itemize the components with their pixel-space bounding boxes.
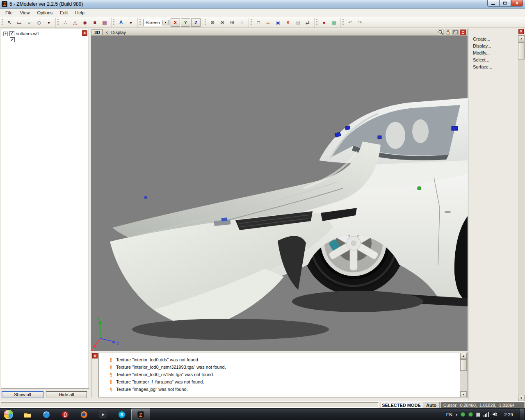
coordinate-space-combobox[interactable]: Screen ▼ xyxy=(143,19,169,26)
save-file-icon[interactable]: ▣ xyxy=(274,18,283,27)
viewport-3d[interactable]: y z x xyxy=(91,36,468,351)
log-entry[interactable]: ! Texture "interior_lod0_ns15ts.tga" was… xyxy=(99,371,460,378)
taskbar-internet-browser-icon[interactable] xyxy=(37,409,56,420)
scroll-down-icon[interactable]: ▼ xyxy=(518,395,525,401)
viewport-layout-icon[interactable] xyxy=(460,30,466,35)
uv-mapper-icon[interactable]: ▦ xyxy=(329,18,338,27)
start-button[interactable] xyxy=(3,409,14,420)
log-entry[interactable]: ! Texture "images.jpg" was not found. xyxy=(99,386,460,393)
snap-edge-icon[interactable]: ⊗ xyxy=(218,18,227,27)
delete-icon[interactable]: × xyxy=(283,18,292,27)
command-modify[interactable]: Modify... xyxy=(468,49,518,56)
log-close-icon[interactable]: × xyxy=(92,353,98,358)
menu-file[interactable]: File xyxy=(2,9,16,16)
viewport-collapse-arrow[interactable]: < xyxy=(105,30,110,35)
command-create[interactable]: Create... xyxy=(468,35,518,42)
tray-app-icon-2[interactable] xyxy=(468,412,473,417)
tree-child-checkbox[interactable]: ✓ xyxy=(10,37,15,42)
tree-expander-icon[interactable]: + xyxy=(3,32,8,36)
log-entry[interactable]: ! Texture "interior_lod0.dds" was not fo… xyxy=(99,356,460,363)
right-scrollbar-thumb[interactable] xyxy=(518,42,525,59)
titlebar[interactable]: Z 5 - ZModeler ver 2.2.5 (Build 989) × xyxy=(0,0,525,9)
attributes-icon[interactable]: A xyxy=(116,18,126,27)
select-quad-icon[interactable]: ▭ xyxy=(15,18,24,27)
paste-icon[interactable]: ▤ xyxy=(293,18,302,27)
open-file-icon[interactable]: ▱ xyxy=(264,18,273,27)
log-entry[interactable]: ! Texture "interior_lod0_nsmr321993.tga"… xyxy=(99,363,460,371)
tray-app-icon-3[interactable] xyxy=(476,413,480,417)
close-button[interactable]: × xyxy=(511,0,523,7)
log-scrollbar[interactable]: ▲ ▼ xyxy=(460,353,467,397)
right-scrollbar[interactable]: × ▲ ▼ xyxy=(518,29,525,401)
status-auto-toggle[interactable]: Auto xyxy=(423,402,440,408)
tree-child-row[interactable]: ✓ xyxy=(1,36,89,42)
vertices-level-icon[interactable]: ∴ xyxy=(61,18,70,27)
zmodeler-app-icon[interactable]: Z xyxy=(2,1,7,7)
attributes-dropdown-icon[interactable]: ▾ xyxy=(126,18,135,27)
axis-x-toggle[interactable]: X xyxy=(171,18,180,27)
tree-root-label[interactable]: sultanrs.wft xyxy=(16,31,39,36)
volume-icon[interactable] xyxy=(492,412,498,418)
status-cursor-coordinates: Cursor: -0.28460, -1.01028, -1.81864 xyxy=(441,402,525,408)
tray-app-icon-1[interactable] xyxy=(461,412,465,417)
fit-view-icon[interactable] xyxy=(452,30,459,35)
pan-hand-icon[interactable] xyxy=(445,30,451,35)
minimize-button[interactable] xyxy=(487,0,499,7)
right-scrollbar-track[interactable] xyxy=(518,35,525,401)
select-single-icon[interactable]: ↖ xyxy=(5,18,14,27)
menu-edit[interactable]: Edit xyxy=(56,9,71,16)
taskbar-skype-icon[interactable]: S xyxy=(112,409,131,420)
axis-z-toggle[interactable]: Z xyxy=(191,18,201,27)
select-mode-dropdown-icon[interactable]: ▾ xyxy=(44,18,53,27)
zoom-icon[interactable] xyxy=(438,30,444,35)
scroll-up-icon[interactable]: ▲ xyxy=(460,353,467,359)
menu-view[interactable]: View xyxy=(16,9,34,16)
undo-icon[interactable]: ↶ xyxy=(346,18,355,27)
menu-help[interactable]: Help xyxy=(71,9,88,16)
material-editor-icon[interactable]: ● xyxy=(320,18,329,27)
hidden-icons-arrow-icon[interactable]: ▴ xyxy=(456,413,457,416)
show-desktop-button[interactable] xyxy=(520,409,524,420)
log-entry[interactable]: ! Texture "bumper_f_fara.png" was not fo… xyxy=(99,378,460,386)
snap-vertex-icon[interactable]: ⊕ xyxy=(208,18,217,27)
show-all-button[interactable]: Show all xyxy=(2,391,43,398)
tab-3d-view[interactable]: 3D xyxy=(92,29,103,35)
panel-close-icon[interactable]: × xyxy=(518,29,524,34)
new-file-icon[interactable]: □ xyxy=(254,18,263,27)
menu-options[interactable]: Options xyxy=(33,9,56,16)
network-icon[interactable] xyxy=(484,412,489,418)
scene-tree[interactable]: × + ✓ sultanrs.wft ✓ xyxy=(1,29,89,389)
taskbar-zmodeler-icon[interactable]: Z xyxy=(131,409,150,420)
export-icon[interactable]: ⇄ xyxy=(303,18,312,27)
scroll-up-icon[interactable]: ▲ xyxy=(518,35,525,41)
log-list[interactable]: ! Texture "interior_lod0.dds" was not fo… xyxy=(98,353,460,397)
scroll-down-icon[interactable]: ▼ xyxy=(460,391,467,397)
command-select[interactable]: Select... xyxy=(468,56,518,63)
select-polygon-icon[interactable]: ◇ xyxy=(34,18,43,27)
tree-root-row[interactable]: + ✓ sultanrs.wft xyxy=(1,29,89,36)
maximize-button[interactable] xyxy=(499,0,511,7)
objects-level-icon[interactable]: ■ xyxy=(90,18,99,27)
viewport-mode-title[interactable]: Display xyxy=(111,30,126,35)
taskbar-windows-explorer-icon[interactable] xyxy=(18,409,37,420)
select-circle-icon[interactable]: ○ xyxy=(25,18,34,27)
taskbar-media-player-icon[interactable] xyxy=(94,409,112,420)
taskbar-opera-icon[interactable] xyxy=(56,409,75,420)
edges-level-icon[interactable]: △ xyxy=(71,18,80,27)
snap-grid-icon[interactable]: ⊞ xyxy=(228,18,237,27)
uv-level-icon[interactable]: ▦ xyxy=(100,18,109,27)
taskbar-clock[interactable]: 2:29 xyxy=(501,412,516,417)
normals-icon[interactable]: ⊥ xyxy=(237,18,247,27)
taskbar-firefox-icon[interactable] xyxy=(75,409,94,420)
axis-y-toggle[interactable]: Y xyxy=(181,18,190,27)
language-indicator[interactable]: EN xyxy=(446,412,452,417)
chevron-down-icon[interactable]: ▼ xyxy=(162,20,169,25)
tree-close-icon[interactable]: × xyxy=(82,30,87,36)
command-display[interactable]: Display... xyxy=(468,42,518,49)
tree-root-checkbox[interactable]: ✓ xyxy=(9,31,14,36)
log-scrollbar-thumb[interactable] xyxy=(460,359,467,371)
redo-icon[interactable]: ↷ xyxy=(356,18,365,27)
hide-all-button[interactable]: Hide all xyxy=(46,391,87,398)
command-surface[interactable]: Surface... xyxy=(468,63,518,70)
polygons-level-icon[interactable]: ◆ xyxy=(80,18,89,27)
